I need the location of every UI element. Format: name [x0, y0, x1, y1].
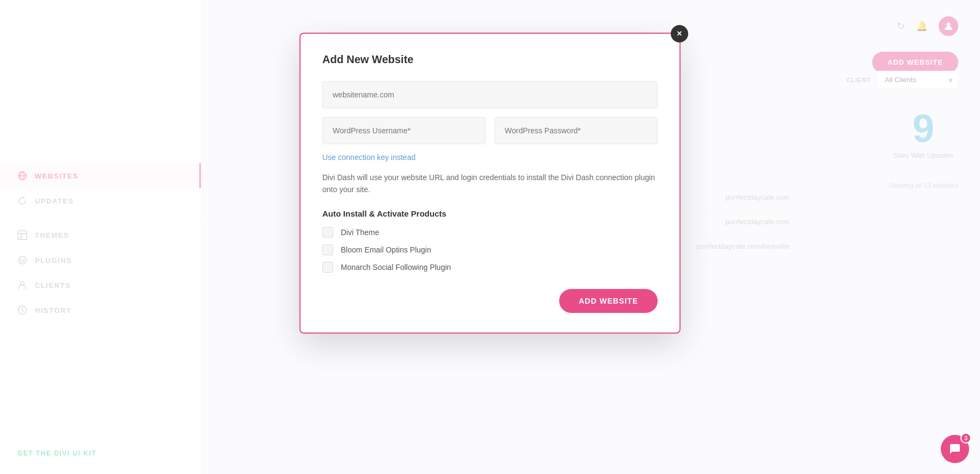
checkbox-monarch: Monarch Social Following Plugin — [322, 262, 658, 273]
auto-install-title: Auto Install & Activate Products — [322, 209, 658, 218]
connection-key-link[interactable]: Use connection key instead — [322, 153, 658, 162]
modal-backdrop: × Add New Website Use connection key ins… — [0, 0, 980, 474]
modal-title: Add New Website — [322, 53, 658, 66]
modal-close-button[interactable]: × — [671, 25, 688, 42]
checkbox-bloom-label: Bloom Email Optins Plugin — [341, 245, 431, 254]
wordpress-password-input[interactable] — [494, 117, 658, 144]
checkbox-monarch-label: Monarch Social Following Plugin — [341, 263, 451, 272]
checkbox-divi-theme: Divi Theme — [322, 227, 658, 238]
credentials-row — [322, 117, 658, 144]
checkbox-bloom-box[interactable] — [322, 244, 333, 255]
chat-badge: 3 — [960, 433, 971, 444]
modal-description: Divi Dash will use your website URL and … — [322, 171, 658, 196]
checkbox-divi-theme-box[interactable] — [322, 227, 333, 238]
chat-bubble[interactable]: 3 — [941, 435, 969, 463]
add-website-submit-button[interactable]: ADD WEBSITE — [559, 289, 658, 313]
checkbox-monarch-box[interactable] — [322, 262, 333, 273]
website-url-input[interactable] — [322, 81, 658, 108]
modal-footer: ADD WEBSITE — [322, 289, 658, 313]
add-website-modal: × Add New Website Use connection key ins… — [299, 33, 681, 334]
checkbox-divi-theme-label: Divi Theme — [341, 228, 379, 237]
checkbox-bloom: Bloom Email Optins Plugin — [322, 244, 658, 255]
wordpress-username-input[interactable] — [322, 117, 486, 144]
